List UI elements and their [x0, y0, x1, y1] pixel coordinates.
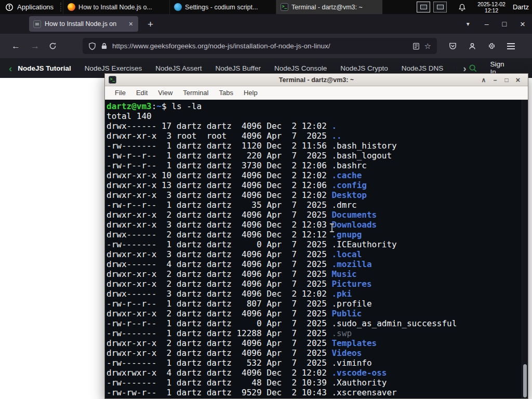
terminal-line: drwx------ 4 dartz dartz 4096 Apr 7 2025… [107, 259, 521, 269]
taskbar-button-codium[interactable]: Settings - codium script... [169, 0, 276, 14]
terminal-line: drwxr-xr-x 13 dartz dartz 4096 Dec 2 12:… [107, 180, 521, 190]
terminal-line: -rw------- 1 dartz dartz 12288 Apr 7 202… [107, 328, 521, 338]
forward-button[interactable]: → [25, 42, 45, 50]
firefox-icon [68, 3, 75, 11]
menu-help[interactable]: Help [238, 89, 263, 97]
system-tray [417, 2, 447, 12]
browser-toolbar: ← → https://www.geeksforgeeks.org/node-j… [0, 34, 532, 58]
account-icon[interactable] [462, 42, 482, 50]
terminal-body[interactable]: dartz@vm3:~$ ls -latotal 140drwx------ 1… [105, 100, 528, 398]
terminal-scrollbar[interactable] [522, 100, 528, 398]
panel-handle [60, 3, 61, 11]
task-title: Terminal - dartz@vm3: ~ [291, 4, 363, 11]
task-list: How to Install Node.js o...Settings - co… [63, 0, 382, 14]
terminal-lines: dartz@vm3:~$ ls -latotal 140drwx------ 1… [107, 101, 521, 397]
menu-edit[interactable]: Edit [131, 89, 153, 97]
mouse-cursor [329, 223, 335, 233]
browser-minimize-button[interactable]: – [478, 20, 496, 28]
codium-icon [174, 3, 182, 11]
nav-scroll-left-icon[interactable]: ‹ [6, 63, 15, 73]
extensions-puzzle-icon[interactable] [482, 42, 501, 50]
toolbar-icons [443, 42, 521, 50]
taskbar-button-terminal[interactable]: Terminal - dartz@vm3: ~ [276, 0, 382, 14]
browser-maximize-button[interactable]: □ [496, 20, 513, 28]
terminal-window-buttons: ∧ – □ × [478, 76, 524, 84]
terminal-line: drwxr-xr-x 3 dartz dartz 4096 Dec 2 12:0… [107, 190, 521, 200]
back-button[interactable]: ← [6, 42, 25, 50]
tab-favicon-icon [33, 20, 41, 28]
menu-hamburger-icon[interactable] [501, 43, 521, 49]
terminal-line: drwxr-xr-x 3 dartz dartz 4096 Apr 7 2025… [107, 249, 521, 259]
notifications-bell-icon[interactable] [458, 3, 466, 11]
terminal-line: drwxr-xr-x 2 dartz dartz 4096 Apr 7 2025… [107, 309, 521, 318]
search-icon[interactable] [469, 64, 477, 73]
nav-items: NodeJS TutorialNodeJS ExercisesNodeJS As… [18, 64, 457, 72]
nav-item[interactable]: NodeJS Exercises [85, 64, 142, 72]
applications-icon [5, 3, 14, 11]
url-text[interactable]: https://www.geeksforgeeks.org/node-js/in… [112, 42, 408, 50]
terminal-app-icon [109, 76, 116, 84]
terminal-line: -rw-r--r-- 1 dartz dartz 3730 Dec 2 12:0… [107, 161, 521, 170]
menu-file[interactable]: File [110, 89, 131, 97]
terminal-line: drwxr-xr-x 3 root root 4096 Apr 7 2025 .… [107, 131, 521, 141]
clock[interactable]: 2025-12-02 12:12 [477, 1, 506, 14]
terminal-close-button[interactable]: × [512, 76, 524, 84]
nav-item[interactable]: Node [457, 64, 457, 72]
terminal-titlebar[interactable]: Terminal - dartz@vm3: ~ ∧ – □ × [105, 74, 528, 86]
menu-terminal[interactable]: Terminal [178, 89, 214, 97]
terminal-line: -rw-r--r-- 1 dartz dartz 220 Apr 7 2025 … [107, 151, 521, 161]
terminal-title: Terminal - dartz@vm3: ~ [279, 76, 354, 84]
terminal-line: drwx------ 17 dartz dartz 4096 Dec 2 12:… [107, 121, 521, 131]
pocket-icon[interactable] [443, 42, 462, 50]
task-title: How to Install Node.js o... [78, 4, 152, 11]
terminal-scrollbar-thumb[interactable] [523, 364, 527, 397]
new-tab-button[interactable]: + [144, 19, 156, 29]
terminal-shade-button[interactable]: ∧ [478, 77, 489, 83]
url-bar[interactable]: https://www.geeksforgeeks.org/node-js/in… [83, 38, 437, 54]
terminal-line: drwxr-xr-x 10 dartz dartz 4096 Dec 2 12:… [107, 170, 521, 180]
nav-item[interactable]: NodeJS Console [274, 64, 327, 72]
nav-item[interactable]: NodeJS DNS [402, 64, 443, 72]
tab-title: How to Install Node.js on [45, 20, 124, 28]
nav-item[interactable]: NodeJS Buffer [215, 64, 261, 72]
tray-window-icon[interactable] [417, 2, 430, 12]
terminal-maximize-button[interactable]: □ [501, 77, 512, 83]
terminal-line: dartz@vm3:~$ ls -la [107, 101, 521, 111]
browser-tabbar: How to Install Node.js on × + ▾ – □ × [0, 14, 532, 34]
menu-tabs[interactable]: Tabs [214, 89, 238, 97]
tracking-protection-shield-icon[interactable] [88, 42, 96, 50]
taskbar-button-firefox[interactable]: How to Install Node.js o... [63, 0, 169, 14]
nav-item[interactable]: NodeJS Assert [155, 64, 202, 72]
terminal-line: -rw------- 1 dartz dartz 0 Apr 7 2025 .I… [107, 240, 521, 249]
terminal-line: -rw------- 1 dartz dartz 532 Apr 7 2025 … [107, 358, 521, 368]
terminal-line: drwxr-xr-x 2 dartz dartz 4096 Apr 7 2025… [107, 210, 521, 220]
reload-button[interactable] [49, 42, 57, 50]
applications-button[interactable]: Applications [0, 0, 59, 14]
nav-item[interactable]: NodeJS Crypto [340, 64, 388, 72]
menu-view[interactable]: View [153, 89, 178, 97]
reader-view-icon[interactable] [413, 43, 420, 50]
terminal-line: drwx------ 3 dartz dartz 4096 Dec 2 12:0… [107, 289, 521, 299]
browser-close-button[interactable]: × [513, 20, 532, 29]
nav-item[interactable]: NodeJS Tutorial [18, 64, 71, 72]
terminal-line: drwxr-xr-x 2 dartz dartz 4096 Apr 7 2025… [107, 279, 521, 289]
terminal-minimize-button[interactable]: – [489, 77, 501, 83]
lock-icon[interactable] [101, 42, 108, 50]
terminal-line: -rw-r--r-- 1 dartz dartz 0 Apr 7 2025 .s… [107, 318, 521, 328]
tray-display-icon[interactable] [433, 2, 447, 12]
tab-close-icon[interactable]: × [128, 20, 134, 28]
terminal-line: drwxrwxr-x 4 dartz dartz 4096 Dec 2 12:0… [107, 368, 521, 378]
terminal-line: drwx------ 2 dartz dartz 4096 Dec 2 12:1… [107, 230, 521, 240]
browser-tab[interactable]: How to Install Node.js on × [29, 16, 138, 32]
nav-scroll-right-icon[interactable]: › [460, 63, 469, 73]
panel-user-label: Dartz [513, 3, 529, 11]
terminal-line: -rw-r--r-- 1 dartz dartz 35 Apr 7 2025 .… [107, 200, 521, 210]
clock-date: 2025-12-02 [477, 1, 506, 7]
terminal-line: total 140 [107, 111, 521, 121]
tabbar-right: ▾ – □ × [458, 20, 532, 29]
terminal-line: drwxr-xr-x 2 dartz dartz 4096 Apr 7 2025… [107, 338, 521, 348]
terminal-line: drwxr-xr-x 3 dartz dartz 4096 Dec 2 12:0… [107, 220, 521, 230]
list-all-tabs-icon[interactable]: ▾ [458, 20, 478, 28]
terminal-icon [281, 3, 288, 11]
bookmark-star-icon[interactable]: ☆ [424, 42, 431, 50]
